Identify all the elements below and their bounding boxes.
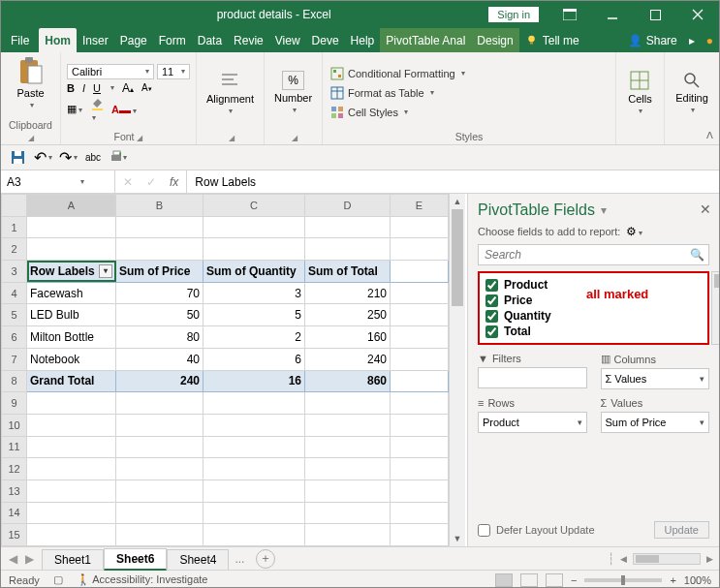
tab-view[interactable]: View [269,28,306,52]
fieldlist-scrollbar[interactable] [711,271,720,345]
zoom-level[interactable]: 100% [684,574,711,586]
alignment-icon[interactable] [219,70,240,91]
sheet-tabs-more[interactable]: ... [229,552,250,566]
page-break-view-button[interactable] [546,573,563,587]
field-total[interactable]: Total [485,324,702,339]
quick-print-button[interactable]: ▾ [110,149,127,167]
tab-data[interactable]: Data [192,28,228,52]
cancel-formula-icon[interactable]: ✕ [123,175,133,189]
zoom-out-button[interactable]: − [571,574,577,586]
border-button[interactable]: ▦▾ [67,103,82,115]
col-header-c[interactable]: C [203,195,305,217]
col-header-d[interactable]: D [305,195,391,217]
table-icon [330,86,344,100]
sheet-nav-prev-icon[interactable]: ◀ [9,552,17,566]
sign-in-button[interactable]: Sign in [488,7,539,22]
sheet-tab-sheet1[interactable]: Sheet1 [42,549,104,570]
tab-pivottable-analyze[interactable]: PivotTable Anal [380,28,471,52]
minimize-button[interactable] [591,1,634,28]
name-box-input[interactable] [7,175,75,189]
paste-button[interactable]: Paste ▾ [16,56,47,109]
cell-a3[interactable]: Row Labels▾ [27,261,116,283]
scroll-up-icon[interactable]: ▲ [450,194,465,209]
fx-icon[interactable]: fx [170,175,178,189]
cell-styles-button[interactable]: Cell Styles▾ [329,105,467,120]
group-font: Calibri▾ 11▾ B I U▾ A▴ A▾ ▦▾ ▾ A▾ Font ◢ [61,52,197,144]
spellcheck-button[interactable]: abc [84,149,102,167]
area-values[interactable]: ΣValues Sum of Price▾ [601,397,710,433]
col-header-e[interactable]: E [391,195,449,217]
field-pane-close-icon[interactable]: ✕ [700,201,711,217]
field-quantity[interactable]: Quantity [485,308,702,324]
col-header-b[interactable]: B [116,195,203,217]
scroll-down-icon[interactable]: ▼ [450,531,465,546]
redo-button[interactable]: ↷▾ [59,149,77,167]
scroll-thumb[interactable] [452,209,463,306]
area-rows[interactable]: ≡Rows Product▾ [478,397,587,433]
col-header-a[interactable]: A [27,195,116,217]
tab-formulas[interactable]: Form [153,28,192,52]
format-as-table-button[interactable]: Format as Table▾ [329,85,467,101]
tab-review[interactable]: Revie [228,28,269,52]
sheet-tab-sheet4[interactable]: Sheet4 [167,549,229,570]
ribbon-display-icon[interactable] [548,1,591,28]
field-search-input[interactable] [478,244,709,265]
save-button[interactable] [9,149,26,167]
italic-button[interactable]: I [82,82,85,94]
tab-file[interactable]: File [1,28,39,52]
font-size-combo[interactable]: 11▾ [157,64,190,79]
select-all-corner[interactable] [2,195,27,217]
horizontal-scrollbar[interactable] [633,553,701,565]
vertical-scrollbar[interactable]: ▲ ▼ [449,194,465,546]
update-button[interactable]: Update [654,521,709,539]
hscroll-right-icon[interactable]: ▶ [706,554,713,564]
conditional-formatting-button[interactable]: Conditional Formatting▾ [329,66,467,81]
collapse-ribbon-icon[interactable]: ᐱ [706,130,713,140]
area-filters[interactable]: ▼Filters [478,353,587,389]
accessibility-status[interactable]: 🚶 Accessibility: Investigate [77,573,208,586]
row-labels-filter-icon[interactable]: ▾ [99,264,112,278]
tab-page-layout[interactable]: Page [114,28,153,52]
worksheet-grid[interactable]: A B C D E 1 2 3 Row Labels▾ Sum of Price… [1,194,449,546]
tab-help[interactable]: Help [345,28,381,52]
sheet-tab-sheet6[interactable]: Sheet6 [104,548,167,571]
group-alignment: Alignment ▾ ◢ [197,52,265,144]
defer-layout-checkbox[interactable] [478,524,490,537]
number-format-button[interactable]: % [282,71,304,90]
font-color-button[interactable]: A▾ [111,104,137,115]
formula-value[interactable]: Row Labels [187,170,719,193]
area-columns[interactable]: ▥Columns Σ Values▾ [601,353,710,389]
tab-home[interactable]: Hom [39,28,77,52]
decrease-font-icon[interactable]: A▾ [141,82,152,93]
field-pane-settings-icon[interactable]: ⚙▾ [626,225,642,238]
page-layout-view-button[interactable] [520,573,538,587]
undo-button[interactable]: ↶▾ [34,149,51,167]
search-icon[interactable]: 🔍 [690,248,704,262]
macro-record-icon[interactable]: ▢ [53,573,63,586]
close-button[interactable] [676,1,719,28]
overflow-right-icon[interactable]: ▸ [683,28,701,52]
zoom-slider[interactable] [584,578,662,582]
sheet-nav-next-icon[interactable]: ▶ [25,552,34,566]
font-name-combo[interactable]: Calibri▾ [67,64,154,79]
increase-font-icon[interactable]: A▴ [122,81,134,95]
share-button[interactable]: 👤Share [622,28,683,52]
bold-button[interactable]: B [67,82,75,94]
tab-design[interactable]: Design [471,28,518,52]
zoom-in-button[interactable]: + [670,574,675,586]
cells-icon[interactable] [629,70,650,91]
row-header[interactable]: 1 [2,216,27,238]
maximize-button[interactable] [634,1,676,28]
tab-insert[interactable]: Inser [77,28,114,52]
tab-developer[interactable]: Deve [306,28,345,52]
underline-button[interactable]: U [93,82,101,94]
normal-view-button[interactable] [495,573,513,587]
find-icon[interactable] [682,71,702,90]
new-sheet-button[interactable]: ＋ [256,549,275,569]
name-box[interactable]: ▾ [1,170,115,193]
hscroll-left-icon[interactable]: ◀ [620,554,627,564]
tell-me-label: Tell me [543,34,579,47]
enter-formula-icon[interactable]: ✓ [146,175,156,189]
tell-me[interactable]: Tell me [519,28,585,52]
fill-color-button[interactable]: ▾ [90,97,104,122]
